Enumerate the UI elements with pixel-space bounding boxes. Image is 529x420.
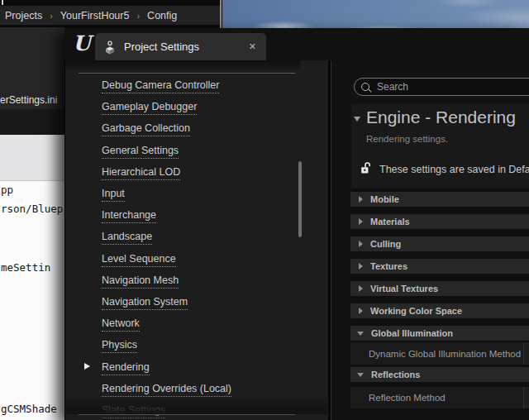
editor-text-area[interactable]: pp rson/Bluep meSettin gCSMShade — [0, 181, 64, 420]
editor-toolbar-band — [0, 135, 64, 181]
tab-label: Project Settings — [124, 41, 249, 53]
chevron-down-icon — [357, 332, 364, 336]
section-global-illumination[interactable]: Global Illumination — [350, 326, 529, 341]
breadcrumb-item-projects[interactable]: Projects — [5, 10, 42, 21]
section-mobile[interactable]: Mobile — [350, 192, 529, 207]
sidebar-item-network[interactable]: Network — [102, 317, 140, 332]
section-reflections[interactable]: Reflections — [350, 367, 529, 382]
section-textures[interactable]: Textures — [350, 259, 529, 274]
search-input[interactable] — [375, 80, 519, 93]
code-line: rson/Bluep — [1, 203, 63, 215]
file-explorer-window: Projects › YourFirstHour5 › Config — [0, 0, 222, 27]
editor-tab-title[interactable]: erSettings.ini — [0, 94, 64, 106]
window-edge-highlight — [220, 0, 222, 28]
property-row-dynamic-global-illumination-method[interactable]: Dynamic Global Illumination Method — [350, 342, 529, 365]
sidebar-item-general-settings[interactable]: General Settings — [102, 145, 179, 159]
viewport-sky-image — [222, 0, 529, 29]
breadcrumb: Projects › YourFirstHour5 › Config — [0, 6, 220, 25]
sidebar-item-gameplay-debugger[interactable]: Gameplay Debugger — [102, 101, 197, 115]
section-working-color-space[interactable]: Working Color Space — [350, 303, 529, 318]
chevron-right-icon — [359, 218, 363, 225]
unreal-logo-icon[interactable]: U — [69, 31, 94, 56]
sidebar-item-rendering[interactable]: Rendering — [102, 361, 150, 375]
section-virtual-textures[interactable]: Virtual Textures — [350, 281, 529, 296]
list-bottom-fade — [66, 395, 327, 414]
search-icon — [361, 83, 369, 91]
unlocked-padlock-icon — [360, 162, 372, 174]
chevron-right-icon — [359, 196, 363, 203]
selected-item-arrow-icon — [84, 363, 90, 370]
chevron-right-icon — [359, 241, 363, 247]
section-materials[interactable]: Materials — [350, 214, 529, 229]
sidebar-item-physics[interactable]: Physics — [102, 339, 137, 353]
chevron-right-icon — [359, 263, 363, 270]
sidebar-item-garbage-collection[interactable]: Garbage Collection — [102, 122, 190, 136]
sidebar-item-input[interactable]: Input — [102, 188, 125, 202]
close-icon[interactable]: ✕ — [249, 41, 256, 52]
save-location-notice: These settings are saved in Defa — [379, 164, 529, 175]
value-column-edge — [523, 387, 529, 408]
tab-project-settings[interactable]: Project Settings ✕ — [95, 33, 266, 60]
chevron-down-icon[interactable] — [354, 117, 360, 122]
breadcrumb-item-config[interactable]: Config — [147, 10, 177, 21]
chevron-right-icon — [359, 285, 363, 292]
chevron-right-icon — [359, 308, 363, 314]
editor-chrome — [0, 109, 64, 135]
value-column-edge — [523, 342, 529, 365]
chevron-down-icon — [357, 373, 364, 377]
search-box[interactable] — [354, 78, 529, 96]
sidebar-item-debug-camera-controller[interactable]: Debug Camera Controller — [102, 79, 219, 93]
sidebar-item-level-sequence[interactable]: Level Sequence — [102, 253, 176, 267]
list-bottom-divider — [79, 414, 295, 415]
code-line: meSettin — [1, 261, 50, 274]
page-subtitle: Rendering settings. — [366, 134, 448, 144]
project-settings-gear-cube-icon — [103, 40, 117, 55]
header-shadow — [65, 60, 300, 71]
chevron-separator-icon: › — [50, 10, 53, 21]
chevron-separator-icon: › — [136, 10, 140, 21]
page-title: Engine - Rendering — [366, 107, 516, 127]
code-line: gCSMShade — [1, 403, 57, 415]
sidebar-item-navigation-system[interactable]: Navigation System — [102, 296, 188, 310]
window-edge-tick — [2, 0, 3, 5]
sidebar-item-hierarchical-lod[interactable]: Hierarchical LOD — [102, 166, 180, 180]
screenshot-stage: Projects › YourFirstHour5 › Config erSet… — [0, 0, 529, 420]
breadcrumb-item-yourfirsthour5[interactable]: YourFirstHour5 — [60, 10, 130, 21]
list-top-divider — [79, 73, 295, 74]
section-culling[interactable]: Culling — [350, 236, 529, 251]
property-row-reflection-method[interactable]: Reflection Method — [350, 387, 529, 408]
sidebar-item-landscape[interactable]: Landscape — [102, 231, 152, 245]
sidebar-item-interchange[interactable]: Interchange — [102, 209, 156, 223]
sidebar-item-navigation-mesh[interactable]: Navigation Mesh — [102, 274, 179, 289]
code-line: pp — [1, 184, 13, 196]
sidebar-scrollbar-thumb[interactable] — [298, 161, 302, 237]
